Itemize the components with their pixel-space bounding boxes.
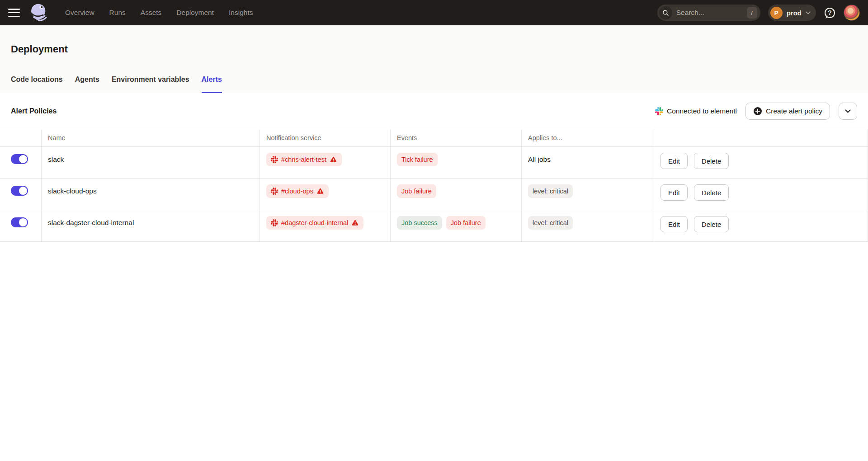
delete-button[interactable]: Delete bbox=[694, 153, 729, 169]
page-title: Deployment bbox=[11, 25, 857, 55]
edit-button[interactable]: Edit bbox=[660, 184, 688, 201]
policy-enabled-toggle[interactable] bbox=[11, 154, 28, 164]
deployment-avatar: P bbox=[770, 7, 783, 19]
search-shortcut-key: / bbox=[747, 7, 757, 19]
top-navigation: Overview Runs Assets Deployment Insights… bbox=[0, 0, 868, 25]
notification-channel-badge: #chris-alert-test bbox=[266, 153, 342, 166]
toggle-knob bbox=[19, 186, 28, 195]
header-toggle-column bbox=[0, 129, 42, 147]
toggle-knob bbox=[19, 155, 28, 164]
header-actions-column bbox=[654, 129, 868, 147]
create-alert-policy-more-button[interactable] bbox=[839, 103, 857, 120]
user-avatar[interactable] bbox=[844, 5, 860, 21]
primary-nav: Overview Runs Assets Deployment Insights bbox=[65, 9, 253, 17]
table-row: slack #chris-alert-test bbox=[0, 147, 868, 179]
applies-to-cell: level: critical bbox=[522, 210, 654, 242]
edit-button[interactable]: Edit bbox=[660, 216, 688, 232]
delete-button[interactable]: Delete bbox=[694, 216, 729, 232]
policy-name: slack-cloud-ops bbox=[48, 184, 97, 198]
table-row: slack-dagster-cloud-internal #dagster-cl… bbox=[0, 210, 868, 242]
policy-name: slack bbox=[48, 153, 64, 166]
alert-policies-table: Name Notification service Events Applies… bbox=[0, 129, 868, 242]
nav-item-insights[interactable]: Insights bbox=[229, 9, 253, 17]
event-badge: Job failure bbox=[446, 216, 486, 230]
applies-to-cell: level: critical bbox=[522, 179, 654, 210]
warning-triangle-icon bbox=[351, 219, 359, 226]
event-badge: Job success bbox=[397, 216, 442, 230]
warning-triangle-icon bbox=[330, 156, 337, 163]
dagster-logo-icon[interactable] bbox=[29, 2, 50, 23]
delete-button[interactable]: Delete bbox=[694, 184, 729, 201]
help-icon[interactable]: ? bbox=[824, 7, 836, 19]
header-events: Events bbox=[391, 129, 522, 147]
channel-name: #chris-alert-test bbox=[281, 156, 326, 163]
nav-item-overview[interactable]: Overview bbox=[65, 9, 94, 17]
edit-button[interactable]: Edit bbox=[660, 153, 688, 169]
deployment-tabs: Code locations Agents Environment variab… bbox=[11, 75, 857, 93]
tab-code-locations[interactable]: Code locations bbox=[11, 75, 63, 93]
tab-agents[interactable]: Agents bbox=[75, 75, 99, 93]
warning-triangle-icon bbox=[316, 188, 324, 195]
search-box[interactable]: / bbox=[657, 5, 760, 21]
events-cell: Job successJob failure bbox=[391, 210, 522, 242]
table-row: slack-cloud-ops #cloud-ops bbox=[0, 179, 868, 210]
applies-to-value: level: critical bbox=[528, 184, 573, 198]
notification-channel-badge: #dagster-cloud-internal bbox=[266, 216, 363, 230]
nav-item-deployment[interactable]: Deployment bbox=[176, 9, 214, 17]
events-cell: Job failure bbox=[391, 179, 522, 210]
header-notification-service: Notification service bbox=[260, 129, 391, 147]
alert-policies-header: Alert Policies Connected to elementl Cre bbox=[0, 93, 868, 129]
deployment-switcher[interactable]: P prod bbox=[768, 5, 816, 21]
header-applies-to: Applies to... bbox=[522, 129, 654, 147]
policy-enabled-toggle[interactable] bbox=[11, 217, 28, 227]
create-alert-policy-button[interactable]: Create alert policy bbox=[745, 103, 830, 120]
notification-channel-badge: #cloud-ops bbox=[266, 184, 329, 198]
tab-alerts[interactable]: Alerts bbox=[202, 75, 222, 93]
channel-name: #cloud-ops bbox=[281, 188, 313, 195]
applies-to-value: level: critical bbox=[528, 216, 573, 230]
table-header-row: Name Notification service Events Applies… bbox=[0, 129, 868, 147]
menu-icon[interactable] bbox=[8, 9, 20, 17]
header-name: Name bbox=[42, 129, 260, 147]
slack-logo-icon bbox=[271, 219, 278, 226]
connection-status-text: Connected to elementl bbox=[667, 107, 737, 115]
event-badge: Tick failure bbox=[397, 153, 438, 166]
slack-logo-icon bbox=[271, 188, 278, 195]
event-badge: Job failure bbox=[397, 184, 436, 198]
nav-item-assets[interactable]: Assets bbox=[141, 9, 162, 17]
channel-name: #dagster-cloud-internal bbox=[281, 219, 348, 226]
events-cell: Tick failure bbox=[391, 147, 522, 179]
page-header: Deployment Code locations Agents Environ… bbox=[0, 25, 868, 93]
tab-environment-variables[interactable]: Environment variables bbox=[112, 75, 189, 93]
applies-to-cell: All jobs bbox=[522, 147, 654, 179]
slack-logo-icon bbox=[271, 156, 278, 163]
alert-policies-table-body: slack #chris-alert-test bbox=[0, 147, 868, 242]
svg-text:?: ? bbox=[828, 9, 832, 16]
policy-name: slack-dagster-cloud-internal bbox=[48, 216, 134, 230]
section-title: Alert Policies bbox=[11, 107, 57, 115]
search-input[interactable] bbox=[676, 9, 747, 17]
deployment-name: prod bbox=[787, 9, 802, 17]
search-icon bbox=[659, 6, 672, 19]
applies-to-value: All jobs bbox=[528, 153, 551, 166]
chevron-down-icon bbox=[845, 109, 851, 113]
nav-item-runs[interactable]: Runs bbox=[109, 9, 126, 17]
plus-circle-icon bbox=[753, 107, 762, 116]
slack-connection-status: Connected to elementl bbox=[655, 107, 737, 115]
policy-enabled-toggle[interactable] bbox=[11, 186, 28, 196]
chevron-down-icon bbox=[806, 11, 811, 14]
slack-logo-icon bbox=[655, 107, 663, 115]
toggle-knob bbox=[19, 218, 28, 227]
